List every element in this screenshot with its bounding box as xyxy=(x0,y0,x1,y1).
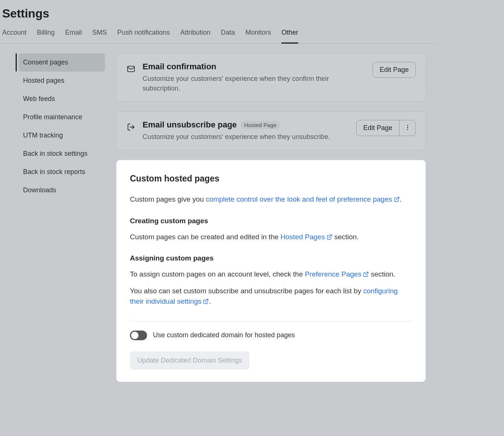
tab-push-notifications[interactable]: Push notifications xyxy=(117,26,170,43)
sidebar-item-utm-tracking[interactable]: UTM tracking xyxy=(19,126,105,145)
card-desc: Customize your customers' experience whe… xyxy=(143,132,346,142)
link-preference-pages[interactable]: Preference Pages xyxy=(305,270,369,278)
sidebar: Consent pages Hosted pages Web feeds Pro… xyxy=(19,53,105,199)
exit-icon xyxy=(126,122,136,132)
external-link-icon xyxy=(326,233,332,243)
tab-account[interactable]: Account xyxy=(2,26,26,43)
tab-email[interactable]: Email xyxy=(65,26,82,43)
mail-icon xyxy=(126,64,136,74)
tab-billing[interactable]: Billing xyxy=(37,26,55,43)
text: To assign custom pages on an account lev… xyxy=(130,270,305,278)
external-link-icon xyxy=(203,297,209,308)
hosted-page-badge: Hosted Page xyxy=(240,121,280,129)
section-title: Custom hosted pages xyxy=(130,174,412,184)
text: Custom pages can be created and edited i… xyxy=(130,233,281,241)
external-link-icon xyxy=(394,195,400,206)
sidebar-item-back-in-stock-reports[interactable]: Back in stock reports xyxy=(19,163,105,181)
text: You also can set custom subscribe and un… xyxy=(130,287,363,295)
update-dedicated-domain-button: Update Dedicated Domain Settings xyxy=(130,351,249,370)
text: . xyxy=(209,297,211,305)
svg-point-2 xyxy=(407,127,408,128)
tab-other[interactable]: Other xyxy=(281,26,298,44)
text: section. xyxy=(369,270,395,278)
toggle-label: Use custom dedicated domain for hosted p… xyxy=(153,331,295,339)
page-title: Settings xyxy=(0,0,437,26)
sidebar-item-profile-maintenance[interactable]: Profile maintenance xyxy=(19,108,105,126)
card-title: Email unsubscribe page xyxy=(143,120,237,130)
creating-heading: Creating custom pages xyxy=(130,217,412,225)
card-email-confirmation: Email confirmation Customize your custom… xyxy=(116,53,426,102)
tabs: Account Billing Email SMS Push notificat… xyxy=(0,26,437,44)
card-title: Email confirmation xyxy=(143,62,362,72)
card-email-unsubscribe: Email unsubscribe page Hosted Page Custo… xyxy=(116,111,426,150)
svg-point-1 xyxy=(407,125,408,126)
assigning-heading: Assigning custom pages xyxy=(130,254,412,262)
custom-domain-toggle[interactable] xyxy=(130,331,147,340)
edit-page-button[interactable]: Edit Page xyxy=(357,120,399,136)
creating-text: Custom pages can be created and edited i… xyxy=(130,232,412,243)
edit-page-button[interactable]: Edit Page xyxy=(373,62,416,78)
intro-text: Custom pages give you complete control o… xyxy=(130,194,412,206)
sidebar-item-consent-pages[interactable]: Consent pages xyxy=(19,53,105,72)
kebab-icon xyxy=(404,124,411,132)
more-options-button[interactable] xyxy=(399,120,415,136)
sidebar-item-hosted-pages[interactable]: Hosted pages xyxy=(19,72,105,90)
card-desc: Customize your customers' experience whe… xyxy=(143,74,362,93)
assigning-text-2: You also can set custom subscribe and un… xyxy=(130,286,412,308)
sidebar-item-web-feeds[interactable]: Web feeds xyxy=(19,90,105,108)
custom-hosted-pages-card: Custom hosted pages Custom pages give yo… xyxy=(116,160,426,382)
tab-attribution[interactable]: Attribution xyxy=(180,26,210,43)
tab-data[interactable]: Data xyxy=(221,26,235,43)
text: . xyxy=(400,195,402,203)
svg-point-3 xyxy=(407,129,408,130)
link-preference-pages-docs[interactable]: complete control over the look and feel … xyxy=(206,195,400,203)
link-hosted-pages[interactable]: Hosted Pages xyxy=(281,233,332,241)
sidebar-item-downloads[interactable]: Downloads xyxy=(19,181,105,199)
sidebar-item-back-in-stock-settings[interactable]: Back in stock settings xyxy=(19,145,105,163)
tab-monitors[interactable]: Monitors xyxy=(245,26,271,43)
assigning-text-1: To assign custom pages on an account lev… xyxy=(130,269,412,281)
external-link-icon xyxy=(363,270,369,281)
tab-sms[interactable]: SMS xyxy=(92,26,107,43)
text: section. xyxy=(332,233,359,241)
divider xyxy=(130,321,412,322)
text: Custom pages give you xyxy=(130,195,206,203)
